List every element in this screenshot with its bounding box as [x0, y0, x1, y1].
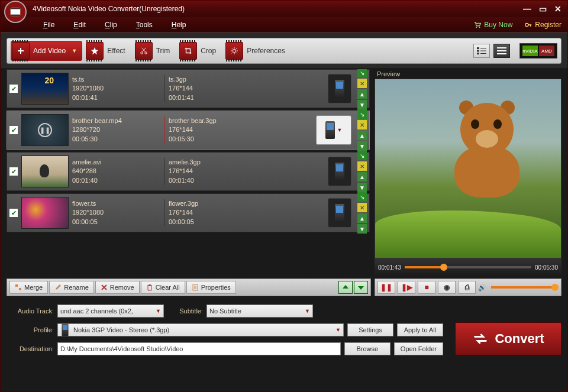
svg-rect-13 — [477, 53, 479, 54]
file-row[interactable]: ✔❚❚brother bear.mp41280*72000:05:30broth… — [7, 111, 370, 150]
menu-tools[interactable]: Tools — [127, 21, 162, 29]
amd-icon: AMD — [539, 46, 554, 56]
file-checkbox[interactable]: ✔ — [9, 167, 18, 176]
row-remove-button[interactable]: ↘ — [357, 151, 367, 160]
register-link[interactable]: Register — [518, 21, 567, 29]
row-down-button[interactable]: ▼ — [357, 141, 367, 151]
svg-rect-9 — [477, 47, 479, 49]
preview-screen — [375, 79, 561, 258]
window-title: 4Videosoft Nokia Video Converter(Unregis… — [33, 5, 521, 13]
preview-label: Preview — [375, 69, 561, 79]
view-detail-button[interactable] — [493, 44, 510, 58]
profile-combo[interactable]: Nokia 3GP Video - Stereo (*.3gp) ▼ — [57, 323, 344, 336]
output-device-button[interactable] — [328, 198, 351, 228]
move-up-button[interactable] — [338, 281, 353, 294]
nvidia-icon: nVIDIA — [522, 46, 538, 56]
file-row[interactable]: ✔flower.ts1920*108000:00:05flower.3gp176… — [7, 193, 370, 232]
destination-field[interactable]: D:\My Documents\4Videosoft Studio\Video — [57, 342, 341, 355]
add-icon — [12, 42, 30, 60]
row-remove-button[interactable]: ↘ — [357, 69, 367, 77]
svg-rect-19 — [19, 288, 21, 290]
row-up-button[interactable]: ▲ — [357, 89, 367, 99]
file-thumbnail — [21, 155, 69, 187]
remove-icon — [101, 284, 108, 291]
main-toolbar: Add Video ▼ Effect Trim Crop Preferences — [7, 38, 561, 64]
effect-button[interactable]: Effect — [86, 41, 131, 61]
minimize-button[interactable]: — — [521, 4, 533, 14]
menu-bar: File Edit Clip Tools Help Buy Now Regist… — [1, 17, 567, 33]
open-folder-button[interactable]: Open Folder — [394, 342, 443, 355]
separator — [164, 199, 165, 226]
svg-rect-15 — [497, 47, 506, 48]
rename-button[interactable]: Rename — [49, 281, 94, 294]
title-bar: 4Videosoft Nokia Video Converter(Unregis… — [1, 1, 567, 17]
phone-icon — [335, 163, 344, 180]
gear-icon — [225, 42, 243, 60]
svg-rect-11 — [477, 50, 479, 52]
output-device-button[interactable] — [328, 157, 351, 186]
row-up-button[interactable]: ▲ — [357, 131, 367, 140]
menu-help[interactable]: Help — [162, 21, 196, 29]
add-video-button[interactable]: Add Video ▼ — [11, 41, 82, 61]
row-close-button[interactable]: ✕ — [357, 120, 367, 129]
step-button[interactable]: ❚▶ — [398, 281, 415, 294]
properties-button[interactable]: Properties — [186, 281, 236, 294]
subtitle-combo[interactable]: No Subtitle▼ — [206, 304, 313, 318]
trash-icon — [146, 284, 153, 291]
output-device-button[interactable] — [328, 74, 351, 103]
crop-button[interactable]: Crop — [179, 41, 222, 61]
preferences-button[interactable]: Preferences — [225, 41, 291, 61]
pencil-icon — [54, 284, 62, 291]
file-checkbox[interactable]: ✔ — [9, 126, 18, 134]
file-source-meta: flower.ts1920*108000:00:05 — [72, 199, 161, 226]
audio-track-combo[interactable]: und aac 2 channels (0x2,▼ — [57, 304, 164, 318]
stop-button[interactable]: ■ — [418, 281, 435, 294]
row-up-button[interactable]: ▲ — [357, 213, 367, 223]
file-source-meta: brother bear.mp41280*72000:05:30 — [72, 116, 161, 144]
snapshot-folder-button[interactable]: ⎙ — [458, 281, 476, 294]
menu-file[interactable]: File — [34, 21, 64, 29]
menu-clip[interactable]: Clip — [95, 21, 127, 29]
move-down-button[interactable] — [354, 281, 368, 294]
menu-edit[interactable]: Edit — [64, 21, 95, 29]
row-close-button[interactable]: ✕ — [357, 161, 367, 171]
seek-slider[interactable] — [405, 266, 531, 268]
trim-button[interactable]: Trim — [135, 41, 176, 61]
row-down-button[interactable]: ▼ — [357, 183, 367, 192]
file-row[interactable]: ✔ts.ts1920*108000:01:41ts.3gp176*14400:0… — [7, 69, 370, 108]
row-remove-button[interactable]: ↘ — [357, 109, 367, 119]
separator — [164, 158, 165, 185]
pause-button[interactable]: ❚❚ — [377, 281, 395, 294]
svg-point-7 — [144, 52, 147, 54]
file-row[interactable]: ✔amelie.avi640*28800:01:40amelie.3gp176*… — [7, 152, 370, 191]
output-device-button[interactable]: ▼ — [316, 115, 351, 145]
settings-button[interactable]: Settings — [347, 323, 393, 336]
row-close-button[interactable]: ✕ — [357, 79, 367, 88]
settings-area: Audio Track: und aac 2 channels (0x2,▼ S… — [7, 304, 561, 355]
close-button[interactable]: ✕ — [552, 4, 564, 14]
row-up-button[interactable]: ▲ — [357, 172, 367, 182]
browse-button[interactable]: Browse — [344, 342, 390, 355]
merge-button[interactable]: Merge — [9, 281, 48, 294]
file-checkbox[interactable]: ✔ — [9, 85, 18, 93]
file-checkbox[interactable]: ✔ — [9, 209, 18, 217]
view-list-button[interactable] — [473, 44, 490, 58]
merge-icon — [15, 284, 22, 291]
row-down-button[interactable]: ▼ — [357, 100, 367, 109]
toolbar-container: Add Video ▼ Effect Trim Crop Preferences — [1, 33, 567, 69]
buy-now-link[interactable]: Buy Now — [467, 21, 518, 29]
file-thumbnail: ❚❚ — [21, 114, 69, 146]
effect-icon — [86, 42, 104, 60]
convert-button[interactable]: Convert — [455, 322, 561, 355]
volume-slider[interactable] — [491, 286, 556, 289]
clear-all-button[interactable]: Clear All — [141, 281, 185, 294]
apply-to-all-button[interactable]: Apply to All — [397, 323, 443, 336]
row-remove-button[interactable]: ↘ — [357, 192, 367, 202]
file-output-meta: amelie.3gp176*14400:01:40 — [169, 158, 257, 185]
file-thumbnail — [21, 197, 69, 229]
row-close-button[interactable]: ✕ — [357, 203, 367, 212]
maximize-button[interactable]: ▭ — [537, 4, 548, 14]
remove-button[interactable]: Remove — [95, 281, 140, 294]
snapshot-button[interactable]: ◉ — [438, 281, 456, 294]
row-down-button[interactable]: ▼ — [357, 224, 367, 234]
